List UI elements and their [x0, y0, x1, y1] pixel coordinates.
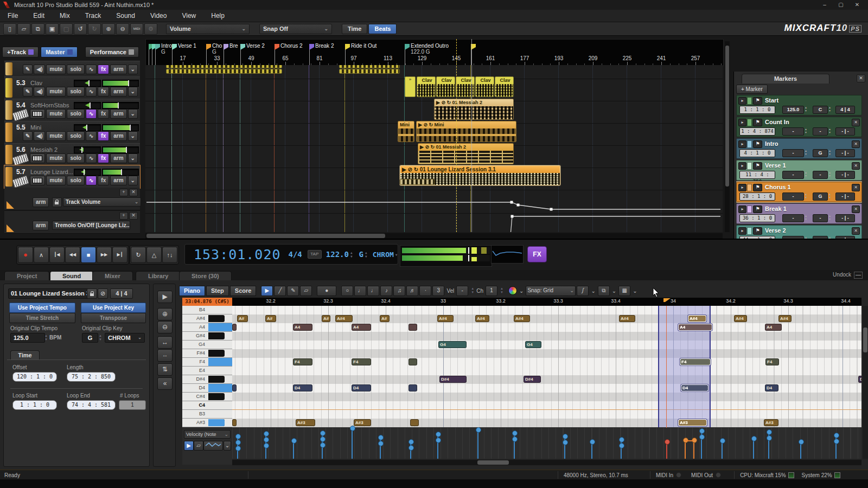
marker-row-chorus-1[interactable]: ▸⚑Chorus 1✕28 : 1 : 0-▲▼G▲▼- | -: [736, 182, 862, 202]
num-loops-field[interactable]: 1: [119, 400, 146, 410]
midi-note-as4[interactable]: A#4: [475, 315, 489, 322]
midi-note-as4[interactable]: A#4: [335, 315, 353, 322]
track-name[interactable]: Messiah 2: [30, 146, 76, 153]
menu-help[interactable]: Help: [203, 10, 232, 21]
solo-button[interactable]: solo: [67, 65, 85, 74]
layers-button[interactable]: ⧉: [598, 286, 610, 296]
punch-button[interactable]: ∧: [34, 247, 49, 263]
keyboard-icon[interactable]: [30, 176, 45, 185]
add-track-button[interactable]: +Track: [2, 47, 39, 57]
marker-key-field[interactable]: -: [813, 171, 828, 179]
piano-key-e4[interactable]: E4: [182, 367, 232, 375]
midi-note-d4[interactable]: D4: [765, 384, 778, 391]
velocity-handle[interactable]: [699, 428, 705, 434]
note-duration-2-button[interactable]: ♩: [367, 286, 379, 296]
pan-slider[interactable]: [102, 146, 139, 153]
midi-note-as4[interactable]: A#: [265, 315, 276, 322]
midi-note-as3[interactable]: [410, 419, 419, 426]
automation-button[interactable]: ∿: [86, 109, 97, 119]
clip-area[interactable]: »ClavClavClavClavClav▶ ⊘ ↻ 01 Messiah 2M…: [145, 65, 723, 232]
solo-button[interactable]: solo: [67, 87, 85, 97]
midi-note-d4[interactable]: [232, 384, 237, 391]
timeline-ruler[interactable]: 1733496581971131291451611771932092252412…: [145, 39, 724, 66]
menu-video[interactable]: Video: [143, 10, 174, 21]
midi-note-a4[interactable]: A4: [352, 324, 371, 331]
clip-signature-button[interactable]: 4 | 4: [110, 288, 133, 299]
stepper-icon[interactable]: ▲▼: [828, 106, 832, 113]
pan-slider[interactable]: [102, 80, 139, 87]
editor-tab-step[interactable]: Step: [206, 286, 229, 296]
midi-note-as3[interactable]: A#3: [354, 419, 371, 426]
track-row-5.4[interactable]: 5.4SoftHornStabsmutesolo∿fxarm⌄: [4, 99, 140, 121]
stepper-icon[interactable]: ▲▼: [500, 287, 503, 294]
stepper-icon[interactable]: ▲▼: [804, 127, 808, 134]
midi-note-as4[interactable]: A#: [322, 315, 330, 322]
piano-key-c4[interactable]: C4: [182, 401, 232, 410]
zoom-in-button[interactable]: ⊕: [102, 23, 115, 35]
triplet-button[interactable]: 3: [432, 286, 444, 296]
fx-button[interactable]: fx: [98, 87, 109, 97]
chevron-down-icon[interactable]: ⌄: [612, 288, 616, 294]
fx-button[interactable]: fx: [98, 109, 109, 119]
arm-button[interactable]: arm: [110, 153, 126, 163]
midi-note-as3[interactable]: A#3: [296, 419, 315, 426]
orig-key-field[interactable]: G: [82, 333, 98, 343]
volume-dropdown[interactable]: Volume⌄: [166, 24, 250, 34]
h-zoom-in-button[interactable]: ↔: [157, 336, 173, 349]
marker-color-swatch[interactable]: [747, 184, 752, 191]
scrollbar-handle[interactable]: [725, 46, 729, 187]
pointer-tool[interactable]: ▶: [261, 286, 273, 296]
play-clip-button[interactable]: ▶: [157, 291, 173, 303]
import-button[interactable]: ⧉: [31, 23, 44, 35]
editor-tab-score[interactable]: Score: [230, 286, 257, 296]
pencil-icon[interactable]: ✎: [23, 65, 33, 74]
curve-tool[interactable]: [203, 441, 223, 451]
stepper-icon[interactable]: ▲▼: [828, 171, 832, 178]
velocity-handle[interactable]: [751, 436, 757, 441]
undo-button[interactable]: ↺: [74, 23, 87, 35]
piano-key-fs4[interactable]: F#4: [182, 349, 232, 358]
automation-button[interactable]: ∿: [86, 65, 97, 74]
time-signature[interactable]: 4/4: [289, 250, 302, 259]
chevron-down-icon[interactable]: ⌄: [519, 288, 524, 294]
marker-tempo-field[interactable]: -: [782, 214, 804, 222]
menu-track[interactable]: Track: [78, 10, 109, 21]
pan-slider[interactable]: [102, 124, 139, 131]
marker-tempo-field[interactable]: -: [782, 192, 804, 201]
track-name[interactable]: Mini: [30, 124, 76, 131]
velocity-handle[interactable]: [264, 443, 269, 448]
arm-button[interactable]: arm: [110, 65, 126, 74]
automation-lane-1[interactable]: +✕armTrack Volume ⌄: [4, 188, 140, 210]
chevron-down-icon[interactable]: ⌄: [128, 131, 138, 141]
tab-library[interactable]: Library: [136, 271, 181, 281]
midi-button[interactable]: MIDI: [130, 23, 143, 35]
close-icon[interactable]: ✕: [852, 184, 860, 191]
erase-tool[interactable]: ▱: [194, 441, 203, 451]
stepper-icon[interactable]: ▲▼: [828, 127, 832, 134]
marker-row-count-in[interactable]: ▸⚑Count In✕1 : 4 : 874-▲▼-▲▼- | -: [736, 117, 862, 137]
scale-value[interactable]: CHROM: [373, 251, 394, 259]
chevron-down-icon[interactable]: ⌄: [128, 153, 138, 163]
zoom-out-button[interactable]: ⊖: [157, 321, 173, 333]
automation-param-dropdown[interactable]: Tremolo On/Off [Lounge Liz... ⌄: [52, 221, 130, 230]
marker-color-swatch[interactable]: [747, 97, 752, 105]
fx-button[interactable]: fx: [98, 153, 109, 163]
close-icon[interactable]: ✕: [852, 206, 860, 213]
piano-key-d4[interactable]: D4: [182, 384, 232, 393]
midi-note-d4[interactable]: D4: [681, 384, 709, 391]
pencil-icon[interactable]: ✎: [23, 131, 33, 141]
arrange-hscrollbar[interactable]: [145, 233, 723, 239]
velocity-stem[interactable]: [666, 442, 667, 459]
midi-note-as4[interactable]: A#4: [688, 315, 706, 322]
tab-mixer[interactable]: Mixer: [92, 271, 133, 281]
velocity-handle[interactable]: [834, 433, 839, 438]
marker-tempo-field[interactable]: -: [782, 127, 804, 136]
black-key[interactable]: [208, 393, 225, 400]
marker-position-field[interactable]: 1 : 1 : 0: [739, 106, 775, 114]
arm-button[interactable]: arm: [110, 176, 126, 185]
automation-button[interactable]: ∿: [86, 87, 97, 97]
mute-button[interactable]: mute: [46, 153, 66, 163]
collapse-panel-button[interactable]: «: [157, 377, 173, 390]
close-icon[interactable]: ✕: [852, 140, 860, 148]
stepper-icon[interactable]: ▲▼: [828, 192, 832, 200]
